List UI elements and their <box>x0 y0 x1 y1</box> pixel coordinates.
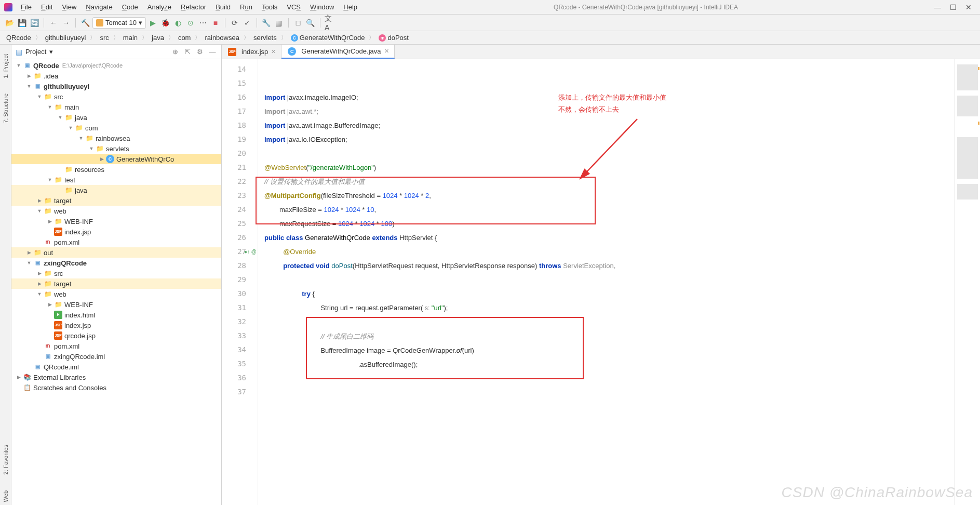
menu-vcs[interactable]: VCS <box>283 2 305 12</box>
tree-item[interactable]: ▼📁main <box>11 102 221 112</box>
crumb-com[interactable]: com <box>177 34 192 42</box>
sync-icon[interactable]: 🔄 <box>29 18 39 28</box>
close-icon[interactable]: ✕ <box>271 48 276 55</box>
crumb-method[interactable]: mdoPost <box>378 34 409 42</box>
tree-item[interactable]: ▼📁test <box>11 175 221 185</box>
tree-item[interactable]: ▼📁web <box>11 206 221 216</box>
tree-item[interactable]: 📋Scratches and Consoles <box>11 382 221 393</box>
tree-root[interactable]: ▼▣QRcodeE:\Java\project\QRcode <box>11 60 221 71</box>
menubar: File Edit View Navigate Code Analyze Ref… <box>0 0 980 15</box>
tree-item[interactable]: ▼▣githubliuyueyi <box>11 81 221 91</box>
menu-code[interactable]: Code <box>118 2 142 12</box>
tree-item[interactable]: ▶📁WEB-INF <box>11 299 221 310</box>
code-editor[interactable]: import javax.imageio.ImageIO; import jav… <box>258 59 954 505</box>
gear-icon[interactable]: ⚙ <box>195 48 205 56</box>
tree-item[interactable]: ▶📁out <box>11 247 221 258</box>
tree-item[interactable]: mpom.xml <box>11 237 221 247</box>
search-icon[interactable]: □ <box>293 18 303 28</box>
minimize-button[interactable]: — <box>930 3 945 11</box>
tree-item[interactable]: ▼📁src <box>11 91 221 102</box>
side-tab-web[interactable]: Web <box>2 487 10 505</box>
debug-icon[interactable]: 🐞 <box>160 18 171 28</box>
crumb-module[interactable]: githubliuyueyi <box>44 34 87 42</box>
tree-item[interactable]: JSPindex.jsp <box>11 320 221 330</box>
close-icon[interactable]: ✕ <box>384 48 389 55</box>
hide-icon[interactable]: — <box>208 48 217 56</box>
tomcat-icon <box>96 19 103 26</box>
close-button[interactable]: ✕ <box>961 3 976 11</box>
menu-navigate[interactable]: Navigate <box>82 2 116 12</box>
tree-item[interactable]: ▼📁rainbowsea <box>11 133 221 143</box>
tree-item[interactable]: mpom.xml <box>11 341 221 351</box>
open-icon[interactable]: 📂 <box>4 18 15 28</box>
run-config-dropdown[interactable]: Tomcat 10 ▾ <box>92 17 146 29</box>
side-tab-favorites[interactable]: 2: Favorites <box>2 442 10 477</box>
tree-item[interactable]: ▼📁com <box>11 123 221 133</box>
translate-icon[interactable]: 文A <box>325 18 335 28</box>
tree-item[interactable]: ▶📚External Libraries <box>11 372 221 382</box>
tree-item[interactable]: ▶📁WEB-INF <box>11 216 221 227</box>
git-update-icon[interactable]: ⟳ <box>230 18 240 28</box>
menu-build[interactable]: Build <box>211 2 235 12</box>
tree-item[interactable]: ▶📁src <box>11 268 221 278</box>
project-panel-header: ▤ Project ▾ ⊕ ⇱ ⚙ — <box>11 45 221 59</box>
tab-generate-java[interactable]: CGenerateWithQrCode.java✕ <box>281 45 394 59</box>
forward-icon[interactable]: → <box>61 18 71 28</box>
collapse-icon[interactable]: ⇱ <box>183 48 192 56</box>
project-tree[interactable]: ▼▣QRcodeE:\Java\project\QRcode ▶📁.idea ▼… <box>11 59 221 505</box>
chevron-down-icon[interactable]: ▾ <box>49 48 53 56</box>
run-icon[interactable]: ▶ <box>148 18 158 28</box>
locate-icon[interactable]: ⊕ <box>170 48 180 56</box>
stop-icon[interactable]: ■ <box>210 18 221 28</box>
tab-index-jsp[interactable]: JSPindex.jsp✕ <box>222 45 281 59</box>
attach-icon[interactable]: ⋯ <box>198 18 208 28</box>
menu-help[interactable]: Help <box>339 2 361 12</box>
coverage-icon[interactable]: ◐ <box>173 18 183 28</box>
hammer-icon[interactable]: 🔨 <box>80 18 90 28</box>
back-icon[interactable]: ← <box>48 18 59 28</box>
crumb-root[interactable]: QRcode <box>5 34 32 42</box>
minimap[interactable] <box>954 59 980 505</box>
menu-view[interactable]: View <box>58 2 80 12</box>
menu-refactor[interactable]: Refactor <box>177 2 210 12</box>
crumb-java[interactable]: java <box>151 34 165 42</box>
tree-item[interactable]: JSPindex.jsp <box>11 227 221 237</box>
profile-icon[interactable]: ⊙ <box>185 18 196 28</box>
menu-run[interactable]: Run <box>236 2 257 12</box>
tree-item[interactable]: ▶📁target <box>11 195 221 206</box>
git-commit-icon[interactable]: ✓ <box>242 18 252 28</box>
menu-edit[interactable]: Edit <box>37 2 57 12</box>
tree-item[interactable]: ▣QRcode.iml <box>11 362 221 372</box>
tree-item[interactable]: ▼📁java <box>11 112 221 123</box>
tree-item[interactable]: Hindex.html <box>11 310 221 320</box>
tree-item[interactable]: 📁resources <box>11 164 221 175</box>
tree-item[interactable]: ▣zxingQRcode.iml <box>11 351 221 362</box>
menu-tools[interactable]: Tools <box>258 2 281 12</box>
maximize-button[interactable]: ☐ <box>946 3 960 11</box>
line-gutter[interactable]: 14151617181920212223242526 27●↑ @ 282930… <box>222 59 258 505</box>
structure-icon[interactable]: ▦ <box>274 18 284 28</box>
crumb-class[interactable]: CGenerateWithQrCode <box>290 34 366 42</box>
find-icon[interactable]: 🔍 <box>305 18 316 28</box>
menu-analyze[interactable]: Analyze <box>143 2 176 12</box>
tree-item[interactable]: ▼▣zxingQRcode <box>11 258 221 268</box>
override-icon[interactable]: ●↑ @ <box>244 245 257 259</box>
tree-item[interactable]: 📁java <box>11 185 221 195</box>
side-tab-project[interactable]: 1: Project <box>2 51 10 81</box>
settings-icon[interactable]: 🔧 <box>261 18 272 28</box>
save-all-icon[interactable]: 💾 <box>17 18 27 28</box>
crumb-servlets[interactable]: servlets <box>252 34 278 42</box>
tree-item[interactable]: JSPqrcode.jsp <box>11 330 221 341</box>
menu-window[interactable]: Window <box>306 2 338 12</box>
crumb-rainbowsea[interactable]: rainbowsea <box>204 34 240 42</box>
tree-item[interactable]: ▼📁web <box>11 289 221 299</box>
breadcrumb: QRcode〉 githubliuyueyi〉 src〉 main〉 java〉… <box>0 31 980 45</box>
crumb-main[interactable]: main <box>122 34 139 42</box>
side-tab-structure[interactable]: 7: Structure <box>2 90 10 126</box>
tree-item[interactable]: ▶📁target <box>11 278 221 289</box>
tree-item[interactable]: ▶📁.idea <box>11 71 221 81</box>
menu-file[interactable]: File <box>17 2 36 12</box>
tree-item-selected[interactable]: ▶CGenerateWithQrCo <box>11 154 221 164</box>
tree-item[interactable]: ▼📁servlets <box>11 143 221 154</box>
crumb-src[interactable]: src <box>99 34 110 42</box>
